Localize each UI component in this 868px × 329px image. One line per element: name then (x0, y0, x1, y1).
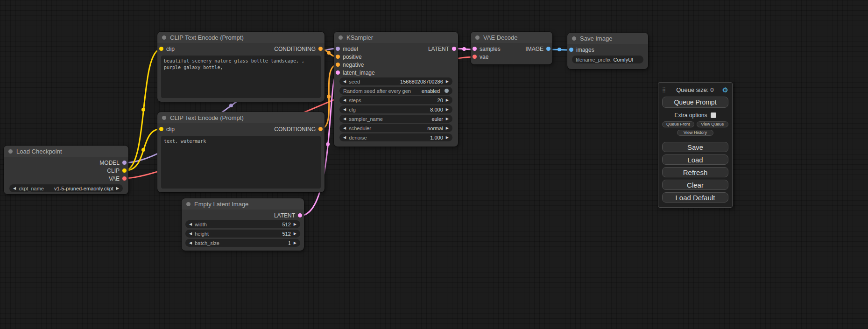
node-graph-canvas[interactable]: Load Checkpoint MODEL CLIP VAE ◀ ckpt_na… (0, 0, 868, 329)
conditioning-output-port[interactable] (318, 47, 323, 51)
node-title-bar[interactable]: Save Image (567, 33, 648, 44)
node-title-bar[interactable]: KSampler (334, 32, 458, 43)
model-output-port[interactable] (122, 161, 127, 165)
latent-output-port[interactable] (298, 213, 302, 217)
view-history-button[interactable]: View History (677, 130, 713, 136)
decrement-arrow-icon[interactable]: ◀ (343, 126, 346, 130)
node-save-image[interactable]: Save Image images filename_prefix ComfyU… (567, 33, 648, 69)
drag-handle-icon[interactable]: ⣿ (662, 87, 666, 93)
decrement-arrow-icon[interactable]: ◀ (343, 108, 346, 112)
clip-input-port[interactable] (159, 47, 163, 51)
height-widget[interactable]: ◀ height 512 ▶ (185, 230, 300, 238)
image-output-port[interactable] (546, 47, 550, 51)
increment-arrow-icon[interactable]: ▶ (446, 126, 449, 130)
input-label: clip (166, 46, 175, 52)
increment-arrow-icon[interactable]: ▶ (446, 108, 449, 112)
decrement-arrow-icon[interactable]: ◀ (343, 98, 346, 102)
denoise-widget[interactable]: ◀ denoise 1.000 ▶ (339, 133, 452, 141)
ckpt-name-widget[interactable]: ◀ ckpt_name v1-5-pruned-emaonly.ckpt ▶ (9, 184, 123, 192)
prompt-textarea[interactable]: text, watermark (161, 136, 321, 189)
widget-value: 156680208700286 (400, 79, 443, 84)
node-title-bar[interactable]: Empty Latent Image (182, 198, 304, 210)
link-midpoint-dot (327, 95, 331, 98)
increment-arrow-icon[interactable]: ▶ (446, 80, 449, 84)
increment-arrow-icon[interactable]: ▶ (446, 98, 449, 102)
save-button[interactable]: Save (662, 142, 728, 152)
decrement-arrow-icon[interactable]: ◀ (189, 232, 192, 236)
input-label: vae (480, 54, 488, 60)
node-load-checkpoint[interactable]: Load Checkpoint MODEL CLIP VAE ◀ ckpt_na… (4, 146, 128, 194)
collapse-dot-icon[interactable] (162, 116, 166, 120)
widget-label: height (195, 231, 209, 237)
negative-input-port[interactable] (336, 63, 340, 67)
node-title-label: CLIP Text Encode (Prompt) (170, 114, 244, 121)
collapse-dot-icon[interactable] (162, 35, 166, 40)
collapse-dot-icon[interactable] (475, 35, 480, 40)
sampler-name-widget[interactable]: ◀ sampler_name euler ▶ (339, 115, 452, 123)
latent-image-input-port[interactable] (336, 70, 340, 75)
random-seed-widget[interactable]: Random seed after every gen enabled (339, 87, 452, 95)
collapse-dot-icon[interactable] (572, 36, 576, 41)
latent-output-port[interactable] (452, 47, 456, 51)
samples-input-port[interactable] (473, 47, 477, 51)
prompt-textarea[interactable]: beautiful scenery nature glass bottle la… (161, 56, 321, 98)
node-empty-latent-image[interactable]: Empty Latent Image LATENT ◀ width 512 ▶ … (182, 198, 304, 251)
model-input-port[interactable] (336, 47, 340, 51)
widget-label: width (195, 222, 207, 227)
load-button[interactable]: Load (662, 154, 728, 165)
node-clip-text-encode-negative[interactable]: CLIP Text Encode (Prompt) clip CONDITION… (157, 112, 325, 192)
batch-size-widget[interactable]: ◀ batch_size 1 ▶ (185, 239, 300, 247)
node-vae-decode[interactable]: VAE Decode samples IMAGE vae (471, 32, 552, 64)
widget-label: filename_prefix (576, 57, 611, 63)
node-clip-text-encode-positive[interactable]: CLIP Text Encode (Prompt) clip CONDITION… (157, 32, 325, 102)
increment-arrow-icon[interactable]: ▶ (294, 241, 296, 245)
scheduler-widget[interactable]: ◀ scheduler normal ▶ (339, 124, 452, 132)
steps-widget[interactable]: ◀ steps 20 ▶ (339, 96, 452, 104)
refresh-button[interactable]: Refresh (662, 167, 728, 177)
positive-input-port[interactable] (336, 55, 340, 59)
images-input-port[interactable] (569, 48, 573, 52)
clip-output-port[interactable] (122, 168, 127, 173)
node-ksampler[interactable]: KSampler model LATENT positive negative … (334, 32, 458, 147)
collapse-dot-icon[interactable] (8, 149, 13, 154)
seed-widget[interactable]: ◀ seed 156680208700286 ▶ (339, 77, 452, 85)
load-default-button[interactable]: Load Default (662, 192, 728, 203)
cfg-widget[interactable]: ◀ cfg 8.000 ▶ (339, 105, 452, 113)
decrement-arrow-icon[interactable]: ◀ (189, 223, 192, 226)
clip-input-port[interactable] (159, 127, 163, 131)
widget-label: denoise (349, 135, 367, 140)
increment-arrow-icon[interactable]: ▶ (116, 187, 119, 190)
node-title-bar[interactable]: CLIP Text Encode (Prompt) (157, 112, 325, 123)
extra-options-checkbox[interactable] (711, 112, 716, 118)
decrement-arrow-icon[interactable]: ◀ (343, 136, 346, 140)
increment-arrow-icon[interactable]: ▶ (294, 232, 296, 236)
increment-arrow-icon[interactable]: ▶ (294, 223, 296, 226)
decrement-arrow-icon[interactable]: ◀ (13, 187, 16, 190)
collapse-dot-icon[interactable] (339, 35, 343, 40)
input-label: clip (166, 126, 175, 133)
queue-front-button[interactable]: Queue Front (662, 121, 694, 127)
clear-button[interactable]: Clear (662, 180, 728, 190)
conditioning-output-port[interactable] (318, 127, 323, 131)
queue-prompt-button[interactable]: Queue Prompt (662, 97, 728, 108)
vae-output-port[interactable] (122, 176, 127, 181)
increment-arrow-icon[interactable]: ▶ (446, 117, 449, 121)
randomize-toggle-icon[interactable] (445, 89, 449, 93)
queue-panel: ⣿ Queue size: 0 ⚙ Queue Prompt Extra opt… (658, 82, 733, 208)
node-title-bar[interactable]: VAE Decode (471, 32, 552, 43)
input-label: model (343, 46, 358, 52)
settings-gear-icon[interactable]: ⚙ (722, 86, 728, 93)
increment-arrow-icon[interactable]: ▶ (446, 136, 449, 140)
decrement-arrow-icon[interactable]: ◀ (343, 80, 346, 84)
collapse-dot-icon[interactable] (186, 202, 191, 206)
filename-prefix-widget[interactable]: filename_prefix ComfyUI (572, 56, 643, 63)
vae-input-port[interactable] (473, 55, 477, 59)
decrement-arrow-icon[interactable]: ◀ (189, 241, 192, 245)
node-title-bar[interactable]: CLIP Text Encode (Prompt) (157, 32, 325, 43)
view-queue-button[interactable]: View Queue (697, 121, 729, 127)
widget-label: scheduler (349, 126, 371, 131)
node-title-label: Empty Latent Image (194, 201, 248, 208)
decrement-arrow-icon[interactable]: ◀ (343, 117, 346, 121)
width-widget[interactable]: ◀ width 512 ▶ (185, 220, 300, 228)
node-title-bar[interactable]: Load Checkpoint (4, 146, 128, 157)
